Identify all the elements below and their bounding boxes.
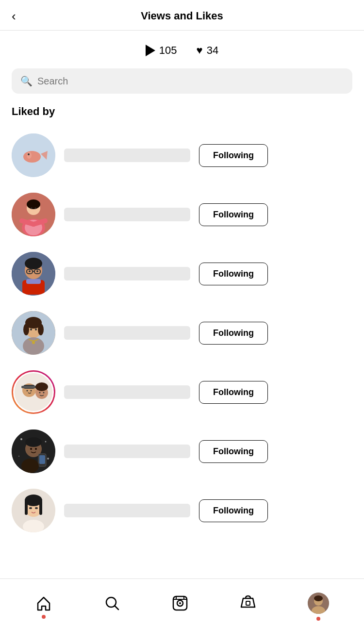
following-button[interactable]: Following (199, 440, 268, 463)
heart-icon: ♥ (197, 44, 203, 57)
list-item: Following (12, 363, 352, 422)
svg-point-13 (35, 208, 36, 209)
search-icon (103, 594, 121, 612)
username-placeholder (64, 208, 190, 221)
following-button[interactable]: Following (199, 322, 268, 345)
svg-point-53 (30, 448, 32, 450)
svg-point-31 (30, 329, 32, 330)
views-count: 105 (159, 44, 177, 57)
username-placeholder (64, 504, 190, 517)
search-box: 🔍 (12, 68, 352, 94)
page-title: Views and Likes (141, 10, 223, 22)
list-item: Following (12, 422, 352, 481)
user-list: Following Following (0, 126, 364, 540)
nav-home[interactable] (35, 594, 52, 612)
svg-point-16 (25, 258, 42, 269)
svg-point-39 (27, 390, 28, 392)
svg-point-46 (20, 438, 22, 440)
stats-row: 105 ♥ 34 (0, 31, 364, 68)
svg-line-64 (115, 606, 118, 610)
likes-stat: ♥ 34 (197, 44, 219, 57)
nav-profile[interactable] (308, 593, 329, 614)
search-container: 🔍 (0, 68, 364, 105)
views-stat: 105 (146, 44, 177, 57)
avatar (12, 193, 55, 236)
svg-rect-71 (246, 601, 250, 605)
svg-point-32 (35, 329, 37, 330)
svg-point-12 (31, 208, 33, 209)
svg-rect-36 (21, 386, 37, 388)
section-liked-by: Liked by (0, 105, 364, 126)
svg-point-42 (43, 392, 45, 394)
svg-point-45 (25, 437, 42, 447)
bottom-nav (0, 578, 364, 627)
username-placeholder (64, 326, 190, 340)
list-item: Following (12, 303, 352, 363)
svg-point-67 (179, 602, 181, 604)
svg-line-10 (33, 221, 45, 224)
svg-point-3 (27, 152, 32, 159)
home-icon (35, 594, 52, 612)
svg-point-75 (314, 595, 323, 601)
username-placeholder (64, 267, 190, 280)
following-button[interactable]: Following (199, 144, 268, 167)
svg-point-28 (38, 324, 44, 335)
svg-point-52 (21, 459, 39, 473)
nav-shop[interactable] (239, 594, 257, 612)
svg-rect-59 (39, 500, 42, 515)
list-item: Following (12, 481, 352, 540)
following-button[interactable]: Following (199, 499, 268, 522)
nav-search[interactable] (103, 594, 121, 612)
list-item: Following (12, 185, 352, 244)
svg-point-61 (35, 507, 38, 509)
svg-point-23 (36, 270, 38, 272)
username-placeholder (64, 148, 190, 162)
svg-point-40 (31, 390, 32, 392)
svg-point-54 (35, 448, 37, 450)
svg-point-22 (29, 270, 31, 272)
following-button[interactable]: Following (199, 381, 268, 404)
search-input[interactable] (37, 76, 344, 87)
avatar (12, 133, 55, 177)
avatar (12, 429, 55, 473)
svg-point-29 (23, 337, 44, 355)
svg-point-30 (32, 341, 35, 344)
list-item: Following (12, 126, 352, 185)
username-placeholder (64, 445, 190, 458)
likes-count: 34 (207, 44, 218, 57)
svg-rect-51 (39, 455, 45, 464)
shop-icon (239, 594, 257, 612)
following-button[interactable]: Following (199, 263, 268, 285)
back-button[interactable]: ‹ (12, 9, 16, 24)
search-icon: 🔍 (20, 75, 33, 87)
svg-point-4 (28, 153, 30, 155)
play-icon (146, 45, 155, 56)
svg-point-48 (18, 456, 19, 457)
svg-point-38 (35, 382, 48, 391)
svg-point-60 (29, 507, 32, 509)
svg-point-49 (47, 458, 49, 460)
nav-indicator (42, 615, 46, 619)
svg-point-41 (39, 392, 41, 394)
svg-rect-21 (26, 279, 41, 284)
svg-point-1 (23, 151, 41, 163)
svg-point-47 (45, 441, 47, 443)
avatar (12, 489, 55, 532)
nav-indicator (316, 617, 320, 621)
nav-reels[interactable] (171, 594, 189, 612)
avatar (12, 311, 55, 355)
username-placeholder (64, 385, 190, 399)
following-button[interactable]: Following (199, 203, 268, 226)
svg-point-27 (23, 324, 29, 335)
svg-rect-58 (25, 500, 28, 515)
svg-point-11 (27, 199, 40, 209)
header: ‹ Views and Likes (0, 0, 364, 31)
avatar (12, 370, 55, 414)
profile-avatar (308, 593, 329, 614)
reels-icon (171, 594, 189, 612)
avatar (12, 252, 55, 296)
list-item: Following (12, 244, 352, 303)
